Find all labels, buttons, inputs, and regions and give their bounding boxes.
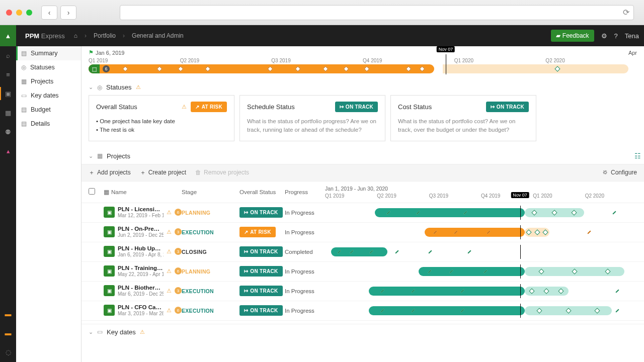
gantt-bar[interactable]: [325, 286, 637, 296]
card-desc: What is the status of portfolio progress…: [247, 117, 378, 135]
on-track-badge: ↦ON TRACK: [486, 102, 529, 112]
project-dates: Jan 6, 2019 - Apr 8, 20...: [118, 252, 164, 258]
add-projects-button[interactable]: ＋Add projects: [89, 168, 131, 177]
select-all-checkbox[interactable]: [89, 188, 95, 195]
indicator-badge: 3: [175, 228, 182, 235]
name-col-icon: ▦: [104, 189, 109, 196]
maximize-icon[interactable]: [26, 10, 32, 16]
section-panel: ▤Summary◎Statuses▦Projects▭Key dates▤Bud…: [16, 46, 82, 362]
app-brand: PPM Express: [16, 32, 74, 40]
home-icon[interactable]: ⌂: [74, 32, 77, 39]
item-icon: ▤: [21, 50, 27, 57]
back-button[interactable]: ‹: [41, 6, 57, 20]
stage-label: PLANNING: [182, 210, 239, 216]
table-row[interactable]: ▣PLN - Licensing P...Mar 12, 2019 - Feb …: [82, 203, 644, 223]
gantt-axis: Nov 07 Q1 2019Q2 2019Q3 2019Q4 2019Q1 20…: [325, 193, 637, 199]
menu-icon[interactable]: ≡: [3, 69, 13, 79]
table-row[interactable]: ▣PLN - CFO Campa...Mar 3, 2019 - Mar 28,…: [82, 301, 644, 321]
idea-icon[interactable]: ◌: [3, 347, 13, 357]
notes-icon[interactable]: ▬: [3, 328, 13, 338]
settings-icon[interactable]: ⚙: [601, 32, 607, 40]
feedback-icon: ▰: [556, 32, 560, 39]
chevron-down-icon: ⌄: [89, 329, 93, 335]
create-project-button[interactable]: ＋Create project: [140, 168, 186, 177]
table-row[interactable]: ▣PLN - Hub Updat...Jan 6, 2019 - Apr 8, …: [82, 242, 644, 262]
view-options-icon[interactable]: ☷: [634, 152, 641, 160]
progress-label: In Progress: [285, 308, 325, 314]
table-row[interactable]: ▣PLN - Training Pr...May 22, 2019 - Apr …: [82, 262, 644, 282]
card-title: Cost Status: [398, 103, 432, 111]
sidepanel-item-projects[interactable]: ▦Projects: [16, 74, 81, 88]
main-content: ⚑ Jan 6, 2019 Apr Q1 2019Q2 2019Q3 2019Q…: [82, 46, 644, 362]
keydates-section-header[interactable]: ⌄ ▭ Key dates ⚠: [82, 324, 644, 340]
configure-button[interactable]: ⛭Configure: [602, 169, 637, 176]
reports-icon[interactable]: ▴: [3, 146, 13, 156]
project-icon: ▣: [104, 226, 115, 237]
browser-chrome: ‹ › ⟳: [0, 0, 644, 25]
sidepanel-item-details[interactable]: ▤Details: [16, 117, 81, 131]
gantt-bar[interactable]: [325, 247, 637, 257]
item-icon: ▦: [21, 78, 27, 85]
table-row[interactable]: ▣PLN - On-Premise...Jun 2, 2019 - Dec 25…: [82, 223, 644, 242]
app-logo-icon[interactable]: ▲: [0, 25, 16, 46]
search-icon[interactable]: ⌕: [3, 50, 13, 60]
project-name: PLN - Hub Updat...: [118, 245, 164, 252]
project-name: PLN - Training Pr...: [118, 265, 164, 272]
progress-label: In Progress: [285, 288, 325, 294]
chat-icon[interactable]: ▬: [3, 309, 13, 319]
on-track-badge: ↦ON TRACK: [335, 102, 378, 112]
sidepanel-item-statuses[interactable]: ◎Statuses: [16, 60, 81, 74]
breadcrumb-current[interactable]: General and Admin: [132, 32, 184, 39]
stage-label: PLANNING: [182, 268, 239, 275]
projects-section-header[interactable]: ⌄ ▦ Projects ☷: [82, 148, 644, 164]
feedback-button[interactable]: ▰Feedback: [551, 30, 594, 42]
table-row[interactable]: ▣PLN - Biothermal ...Mar 6, 2019 - Dec 2…: [82, 282, 644, 301]
item-icon: ▤: [21, 106, 27, 113]
forward-button[interactable]: ›: [60, 6, 76, 20]
arrow-icon: ↦: [340, 104, 344, 110]
projects-toolbar: ＋Add projects ＋Create project 🗑Remove pr…: [82, 164, 644, 182]
timeline-start-label: ⚑ Jan 6, 2019 Apr: [82, 46, 644, 56]
people-icon[interactable]: ⚉: [3, 127, 13, 137]
remove-projects-button: 🗑Remove projects: [195, 169, 249, 176]
warning-icon: ⚠: [167, 288, 172, 294]
item-label: Statuses: [30, 64, 55, 71]
help-icon[interactable]: ?: [614, 32, 618, 40]
sidepanel-item-budget[interactable]: ▤Budget: [16, 103, 81, 117]
trend-icon: ↗: [195, 104, 199, 110]
gantt-bar[interactable]: [325, 208, 637, 218]
sidepanel-item-summary[interactable]: ▤Summary: [16, 46, 81, 60]
indicator-badge: 3: [175, 248, 182, 255]
warning-icon: ⚠: [182, 104, 187, 110]
projects-icon[interactable]: ▦: [3, 108, 13, 118]
minimize-icon[interactable]: [16, 10, 22, 16]
chevron-down-icon: ⌄: [89, 84, 93, 90]
gantt-bar[interactable]: [325, 227, 637, 237]
warning-icon: ⚠: [167, 268, 172, 275]
sidepanel-item-key-dates[interactable]: ▭Key dates: [16, 88, 81, 103]
timeline-end-label: Apr: [628, 50, 637, 56]
indicator-badge: 3: [175, 287, 182, 294]
project-icon: ▣: [104, 265, 115, 277]
gantt-bar[interactable]: [325, 306, 637, 316]
stage-label: EXECUTION: [182, 308, 239, 314]
warning-icon: ⚠: [167, 209, 172, 216]
indicator-badge: 6: [175, 307, 182, 314]
status-badge: ↗ AT RISK: [239, 227, 276, 237]
project-icon: ▣: [104, 285, 115, 296]
close-icon[interactable]: [6, 10, 12, 16]
reload-icon[interactable]: ⟳: [623, 8, 629, 17]
statuses-section-header[interactable]: ⌄ ◎ Statuses ⚠: [82, 79, 644, 95]
breadcrumb-portfolio[interactable]: Portfolio: [94, 32, 116, 39]
breadcrumb: ⌂ › Portfolio › General and Admin: [74, 32, 184, 39]
traffic-lights: [6, 10, 32, 16]
portfolio-icon[interactable]: ▣: [3, 88, 13, 99]
flag-icon: ⚑: [89, 49, 94, 56]
project-count: 6: [103, 65, 110, 72]
timeline-bar[interactable]: ⬚ 6: [89, 64, 434, 73]
warning-icon: ⚠: [167, 307, 172, 314]
url-bar[interactable]: ⟳: [120, 5, 634, 20]
tenant-label[interactable]: Tena: [625, 32, 639, 40]
today-marker: Nov 07: [446, 54, 446, 74]
gantt-bar[interactable]: [325, 266, 637, 277]
